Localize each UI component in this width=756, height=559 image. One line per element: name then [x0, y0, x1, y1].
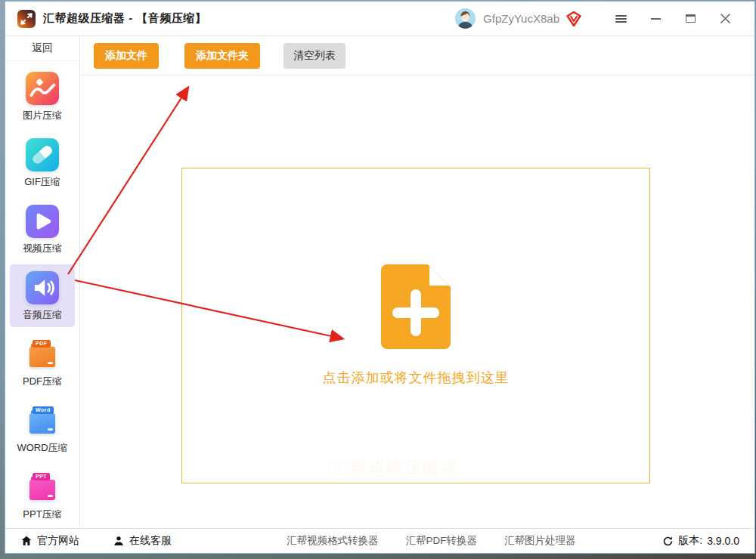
partner-links: 汇帮视频格式转换器 汇帮PDF转换器 汇帮图片处理器 [287, 534, 603, 548]
sidebar-item-label: 音频压缩 [10, 308, 75, 322]
link-pdf-converter[interactable]: 汇帮PDF转换器 [406, 534, 478, 548]
user-avatar[interactable] [455, 8, 476, 29]
image-compress-icon [26, 72, 59, 105]
minimize-button[interactable] [638, 8, 673, 30]
sidebar-item-gif-compress[interactable]: GIF压缩 [10, 131, 75, 194]
gif-compress-icon [26, 138, 59, 171]
window-title: 汇帮超级压缩器 - 【音频压缩】 [43, 11, 206, 26]
maximize-button[interactable] [673, 8, 708, 30]
file-drop-zone[interactable]: 点击添加或将文件拖拽到这里 汇帮超级压缩器 [181, 168, 650, 483]
clear-list-button[interactable]: 清空列表 [284, 43, 345, 69]
footer-bar: 官方网站 在线客服 汇帮视频格式转换器 汇帮PDF转换器 汇帮图片处理器 版本:… [5, 528, 754, 553]
refresh-icon [662, 536, 674, 547]
watermark: 汇帮超级压缩器 [332, 457, 459, 480]
video-compress-icon [26, 205, 59, 238]
sidebar-item-label: 图片压缩 [10, 109, 75, 122]
sidebar-item-image-compress[interactable]: 图片压缩 [10, 65, 75, 128]
customer-service-icon [113, 535, 125, 547]
sidebar-item-label: 视频压缩 [10, 242, 75, 255]
sidebar-item-word-compress[interactable]: Word WORD压缩 [10, 397, 75, 460]
main-area: 点击添加或将文件拖拽到这里 汇帮超级压缩器 [80, 76, 754, 528]
add-file-document-icon [381, 264, 451, 349]
home-icon [20, 535, 33, 547]
add-folder-button[interactable]: 添加文件夹 [184, 43, 260, 69]
sidebar-item-label: PDF压缩 [10, 375, 75, 388]
official-site-link[interactable]: 官方网站 [20, 534, 79, 548]
version-info: 版本: 3.9.0.0 [662, 534, 739, 548]
ppt-folder-icon: PPT [26, 471, 59, 504]
drop-hint-text: 点击添加或将文件拖拽到这里 [323, 369, 510, 387]
sidebar-item-pdf-compress[interactable]: PDF PDF压缩 [10, 331, 75, 394]
pdf-folder-icon: PDF [26, 338, 59, 371]
audio-compress-icon [26, 271, 59, 304]
sidebar-item-ppt-compress[interactable]: PPT PPT压缩 [10, 464, 75, 527]
title-bar: 汇帮超级压缩器 - 【音频压缩】 GfpZyYucX8ab [5, 2, 754, 36]
app-window: 汇帮超级压缩器 - 【音频压缩】 GfpZyYucX8ab [5, 1, 755, 554]
add-file-button[interactable]: 添加文件 [94, 43, 159, 69]
link-image-processor[interactable]: 汇帮图片处理器 [504, 534, 576, 548]
sidebar-item-label: GIF压缩 [10, 175, 75, 189]
username-label: GfpZyYucX8ab [483, 12, 559, 25]
toolbar: 添加文件 添加文件夹 清空列表 [80, 36, 754, 76]
version-label: 版本: [678, 534, 702, 548]
vip-badge-icon[interactable] [565, 11, 582, 27]
sidebar: 返回 图片压缩 [5, 36, 80, 528]
sidebar-item-audio-compress[interactable]: 音频压缩 [10, 264, 75, 327]
link-video-converter[interactable]: 汇帮视频格式转换器 [287, 534, 379, 548]
close-button[interactable] [708, 8, 742, 30]
sidebar-item-label: WORD压缩 [10, 441, 75, 455]
online-service-link[interactable]: 在线客服 [113, 534, 172, 548]
version-number: 3.9.0.0 [707, 535, 739, 547]
app-logo-icon [17, 10, 36, 28]
word-folder-icon: Word [26, 404, 59, 437]
back-button[interactable]: 返回 [5, 36, 79, 61]
sidebar-item-video-compress[interactable]: 视频压缩 [10, 198, 75, 261]
menu-button[interactable] [603, 8, 638, 30]
sidebar-item-label: PPT压缩 [10, 508, 75, 521]
